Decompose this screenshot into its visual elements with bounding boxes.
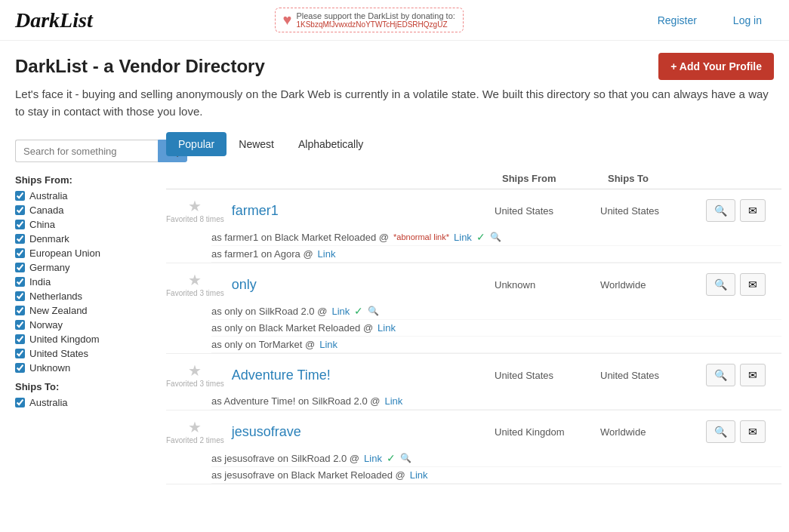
checkbox-european-union[interactable] (15, 248, 25, 258)
vendor-aliases: as jesusofrave on SilkRoad 2.0 @ Link ✓ … (166, 450, 781, 484)
page-description: Let's face it - buying and selling anony… (0, 86, 789, 132)
col-header-ships-to: Ships To (600, 173, 706, 184)
search-input[interactable] (15, 140, 158, 162)
vendor-name-link[interactable]: only (232, 277, 257, 293)
mini-search-icon[interactable]: 🔍 (400, 453, 411, 463)
vendor-actions: 🔍✉ (706, 273, 781, 296)
vendor-ships-to: United States (600, 205, 706, 217)
verified-check-icon: ✓ (354, 305, 363, 317)
alias-text: as only on SilkRoad 2.0 @ (211, 306, 327, 317)
tab-popular[interactable]: Popular (166, 132, 227, 156)
vendor-ships-to: Worldwide (600, 426, 706, 438)
vendor-message-button[interactable]: ✉ (740, 364, 766, 386)
checkbox-new-zealand[interactable] (15, 306, 25, 315)
filter-label-united-kingdom: United Kingdom (29, 334, 100, 345)
checkbox-netherlands[interactable] (15, 291, 25, 301)
favorited-label: Favorited 3 times (166, 289, 224, 298)
checkbox-united-kingdom[interactable] (15, 334, 25, 344)
vendor-ships-to: Worldwide (600, 279, 706, 291)
alias-link[interactable]: Link (318, 248, 336, 260)
vendor-name-link[interactable]: farmer1 (232, 203, 279, 219)
tab-newest[interactable]: Newest (227, 132, 286, 156)
alias-text: as Adventure Time! on SilkRoad 2.0 @ (211, 395, 380, 407)
star-icon[interactable]: ★ (188, 418, 202, 436)
vendor-block: ★Favorited 3 timesonlyUnknownWorldwide🔍✉… (166, 263, 781, 354)
filter-label-european-union: European Union (29, 248, 100, 259)
vendor-main-row: ★Favorited 3 timesAdventure Time!United … (166, 354, 781, 393)
donate-box: ♥ Please support the DarkList by donatin… (275, 8, 464, 32)
checkbox-germany[interactable] (15, 263, 25, 272)
alias-link[interactable]: Link (331, 306, 350, 317)
alias-link[interactable]: Link (384, 395, 402, 407)
star-icon[interactable]: ★ (188, 271, 202, 289)
filter-label-germany: Germany (29, 262, 69, 273)
checkbox-canada[interactable] (15, 205, 25, 215)
filter-item-netherlands: Netherlands (15, 291, 143, 302)
vendor-search-button[interactable]: 🔍 (706, 420, 735, 443)
vendor-favorite: ★Favorited 2 times (166, 418, 224, 445)
col-header-ships-from: Ships From (495, 173, 600, 184)
checkbox-india[interactable] (15, 277, 25, 287)
vendor-name-cell: ★Favorited 3 timesonly (166, 271, 495, 298)
vendor-search-button[interactable]: 🔍 (706, 364, 735, 386)
vendor-main-row: ★Favorited 8 timesfarmer1United StatesUn… (166, 189, 781, 229)
vendor-favorite: ★Favorited 3 times (166, 361, 224, 389)
tab-alphabetically[interactable]: Alphabetically (286, 132, 375, 156)
vendor-name-link[interactable]: jesusofrave (232, 424, 301, 440)
filter-item-germany: Germany (15, 262, 143, 273)
vendor-ships-from: United Kingdom (495, 426, 600, 438)
star-icon[interactable]: ★ (188, 197, 202, 215)
ships-from-label: Ships From: (15, 174, 143, 186)
filter-item-china: China (15, 219, 143, 230)
checkbox-china[interactable] (15, 220, 25, 229)
site-header: DarkList ♥ Please support the DarkList b… (0, 0, 789, 41)
filter-item-new-zealand: New Zealand (15, 305, 143, 316)
ships-to-filter: Ships To: Australia (15, 381, 143, 408)
vendor-name-link[interactable]: Adventure Time! (232, 367, 331, 383)
vendor-actions: 🔍✉ (706, 420, 781, 443)
col-header-actions (706, 173, 781, 184)
star-icon[interactable]: ★ (188, 361, 202, 380)
sidebar: 🔍 Ships From: AustraliaCanadaChinaDenmar… (0, 132, 159, 484)
checkbox-united-states[interactable] (15, 349, 25, 358)
mini-search-icon[interactable]: 🔍 (490, 232, 501, 242)
mini-search-icon[interactable]: 🔍 (368, 306, 379, 316)
content-area: PopularNewestAlphabetically Ships From S… (159, 132, 789, 484)
checkbox-unknown[interactable] (15, 363, 25, 373)
favorited-label: Favorited 3 times (166, 380, 224, 389)
ships-to-item-australia: Australia (15, 397, 143, 408)
vendor-message-button[interactable]: ✉ (740, 420, 766, 443)
filter-item-india: India (15, 276, 143, 288)
alias-link[interactable]: Link (454, 232, 472, 243)
tabs: PopularNewestAlphabetically (166, 132, 781, 156)
add-profile-button[interactable]: + Add Your Profile (658, 53, 774, 80)
vendor-message-button[interactable]: ✉ (740, 199, 766, 222)
filter-label-new-zealand: New Zealand (29, 305, 88, 316)
alias-link[interactable]: Link (410, 469, 428, 481)
alias-text: as only on TorMarket @ (211, 339, 315, 350)
alias-link[interactable]: Link (378, 322, 396, 334)
login-link[interactable]: Log in (721, 8, 774, 32)
filter-label-denmark: Denmark (29, 233, 69, 244)
vendor-ships-from: United States (495, 370, 600, 381)
verified-check-icon: ✓ (387, 452, 396, 464)
ships-to-checkbox-australia[interactable] (15, 398, 25, 407)
checkbox-australia[interactable] (15, 191, 25, 201)
vendor-block: ★Favorited 8 timesfarmer1United StatesUn… (166, 189, 781, 263)
vendor-message-button[interactable]: ✉ (740, 273, 766, 296)
checkbox-norway[interactable] (15, 320, 25, 330)
alias-link[interactable]: Link (364, 453, 382, 464)
vendor-ships-from: Unknown (495, 279, 600, 291)
filter-item-australia: Australia (15, 190, 143, 201)
vendor-alias-row: as only on SilkRoad 2.0 @ Link ✓ 🔍 (211, 303, 781, 320)
vendor-alias-row: as farmer1 on Black Market Reloaded @ *a… (211, 229, 781, 246)
register-link[interactable]: Register (646, 8, 709, 32)
checkbox-denmark[interactable] (15, 234, 25, 244)
alias-link[interactable]: Link (319, 339, 337, 350)
vendor-favorite: ★Favorited 8 times (166, 197, 224, 224)
vendor-alias-row: as only on Black Market Reloaded @ Link (211, 320, 781, 337)
alias-text: as only on Black Market Reloaded @ (211, 322, 373, 334)
vendor-search-button[interactable]: 🔍 (706, 199, 735, 222)
ships-to-label: Ships To: (15, 381, 143, 392)
vendor-search-button[interactable]: 🔍 (706, 273, 735, 296)
